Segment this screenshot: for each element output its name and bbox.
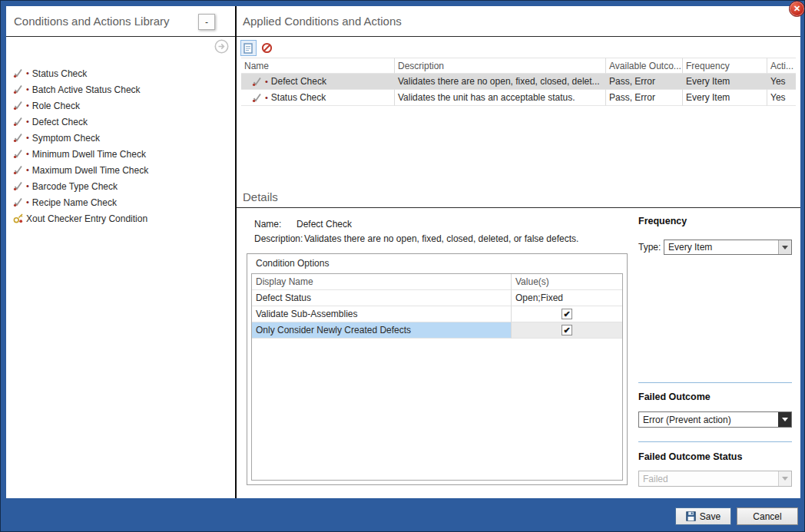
bullet-icon: • <box>265 78 268 86</box>
library-item-label: Maximum Dwell Time Check <box>32 165 148 176</box>
row-name: Defect Check <box>271 76 326 87</box>
minus-icon: - <box>205 17 208 28</box>
chevron-down-icon <box>782 246 788 249</box>
library-item-label: Xout Checker Entry Condition <box>26 213 147 224</box>
library-item-label: Status Check <box>32 68 87 79</box>
failed-outcome-status-title: Failed Outcome Status <box>638 451 742 462</box>
bullet-icon: • <box>26 85 29 94</box>
condition-options-header: Display Name Value(s) <box>252 274 622 290</box>
chevron-down-icon <box>782 477 788 481</box>
column-header-values[interactable]: Value(s) <box>512 274 622 290</box>
table-row-defect-check[interactable]: • Defect Check Validates there are no op… <box>241 74 796 90</box>
library-item-maximum-dwell-time-check[interactable]: • Maximum Dwell Time Check <box>13 162 232 178</box>
condition-icon <box>13 181 23 191</box>
detail-description-value: Validates there are no open, fixed, clos… <box>304 233 578 244</box>
row-description: Validates the unit has an acceptable sta… <box>395 90 606 106</box>
option-value[interactable]: Open;Fixed <box>512 290 622 306</box>
option-row-only-newly-created-defects[interactable]: Only Consider Newly Created Defects ✔ <box>252 322 622 339</box>
applied-header-divider <box>237 36 800 37</box>
chevron-down-icon <box>782 418 788 421</box>
column-header-description[interactable]: Description <box>395 58 606 74</box>
library-item-label: Recipe Name Check <box>32 197 117 208</box>
condition-options-title: Condition Options <box>256 258 329 269</box>
condition-icon <box>13 68 23 78</box>
bullet-icon: • <box>265 94 268 102</box>
bullet-icon: • <box>26 117 29 126</box>
apply-condition-arrow-button[interactable] <box>214 39 229 54</box>
frequency-type-value: Every Item <box>664 242 778 253</box>
column-header-frequency[interactable]: Frequency <box>683 58 767 74</box>
checkmark-icon: ✔ <box>563 325 570 335</box>
details-divider <box>237 207 800 208</box>
condition-icon <box>252 77 262 87</box>
option-display-name: Defect Status <box>252 290 512 306</box>
failed-outcome-status-value: Failed <box>639 474 778 484</box>
validate-sub-assemblies-checkbox[interactable]: ✔ <box>562 309 572 319</box>
bullet-icon: • <box>26 101 29 110</box>
table-row-status-check[interactable]: • Status Check Validates the unit has an… <box>241 90 796 106</box>
library-item-label: Defect Check <box>32 117 88 127</box>
bullet-icon: • <box>26 150 29 158</box>
frequency-type-label: Type: <box>638 242 661 253</box>
detail-description-label: Description: <box>254 233 303 244</box>
column-header-name[interactable]: Name <box>241 58 395 74</box>
column-header-active[interactable]: Acti... <box>767 58 796 74</box>
library-item-symptom-check[interactable]: • Symptom Check <box>13 130 232 146</box>
save-icon <box>686 511 696 521</box>
applied-toolbar <box>240 40 275 56</box>
condition-icon <box>13 197 23 207</box>
dropdown-button <box>778 471 791 486</box>
save-label: Save <box>700 511 721 522</box>
row-outcomes: Pass, Error <box>606 74 683 90</box>
option-row-validate-sub-assemblies[interactable]: Validate Sub-Assemblies ✔ <box>252 306 622 322</box>
failed-outcome-dropdown[interactable]: Error (Prevent action) <box>638 411 792 428</box>
library-item-barcode-type-check[interactable]: • Barcode Type Check <box>13 178 232 194</box>
library-item-role-check[interactable]: • Role Check <box>13 97 232 114</box>
library-item-minimum-dwell-time-check[interactable]: • Minimum Dwell Time Check <box>13 146 232 162</box>
failed-outcome-divider <box>638 382 792 383</box>
library-item-defect-check[interactable]: • Defect Check <box>13 114 232 130</box>
bullet-icon: • <box>26 166 29 174</box>
row-frequency: Every Item <box>683 74 767 90</box>
bullet-icon: • <box>26 198 29 207</box>
applied-panel: Applied Conditions and Actions Name Desc… <box>237 6 800 498</box>
close-icon: ✕ <box>793 4 800 14</box>
edit-condition-button[interactable] <box>240 40 257 56</box>
detail-name-label: Name: <box>254 219 281 230</box>
edit-document-icon <box>243 43 253 54</box>
option-display-name: Validate Sub-Assemblies <box>252 306 512 322</box>
bullet-icon: • <box>26 69 29 78</box>
bullet-icon: • <box>26 182 29 190</box>
row-frequency: Every Item <box>683 90 767 106</box>
applied-table: Name Description Available Outco... Freq… <box>241 58 796 106</box>
failed-outcome-status-divider <box>638 441 792 442</box>
option-row-defect-status[interactable]: Defect Status Open;Fixed <box>252 290 622 306</box>
column-header-display-name[interactable]: Display Name <box>252 274 512 290</box>
bullet-icon: • <box>26 134 29 142</box>
frequency-title: Frequency <box>638 216 687 226</box>
library-item-label: Symptom Check <box>32 133 100 144</box>
frequency-type-dropdown[interactable]: Every Item <box>664 240 792 255</box>
dropdown-button[interactable] <box>778 240 791 254</box>
close-button[interactable]: ✕ <box>789 1 805 17</box>
condition-icon <box>13 133 23 143</box>
library-item-label: Barcode Type Check <box>32 181 118 192</box>
library-collapse-button[interactable]: - <box>198 14 215 30</box>
library-item-recipe-name-check[interactable]: • Recipe Name Check <box>13 194 232 210</box>
prohibit-icon <box>261 42 273 54</box>
detail-name-value: Defect Check <box>296 219 352 230</box>
details-title: Details <box>243 190 278 203</box>
library-item-label: Role Check <box>32 101 80 111</box>
library-item-batch-active-status-check[interactable]: • Batch Active Status Check <box>13 81 232 97</box>
library-item-label: Minimum Dwell Time Check <box>32 149 146 160</box>
conditions-actions-dialog: ✕ Conditions and Actions Library - • Sta… <box>0 0 805 532</box>
library-item-status-check[interactable]: • Status Check <box>13 65 232 81</box>
dropdown-button[interactable] <box>778 412 791 427</box>
column-header-available-outcomes[interactable]: Available Outco... <box>606 58 683 74</box>
save-button[interactable]: Save <box>675 507 731 525</box>
cancel-button[interactable]: Cancel <box>737 507 798 525</box>
remove-condition-button[interactable] <box>259 40 275 56</box>
arrow-right-circle-icon <box>214 39 229 54</box>
only-newly-created-defects-checkbox[interactable]: ✔ <box>562 325 572 335</box>
library-item-xout-checker-entry-condition[interactable]: Xout Checker Entry Condition <box>13 210 232 226</box>
